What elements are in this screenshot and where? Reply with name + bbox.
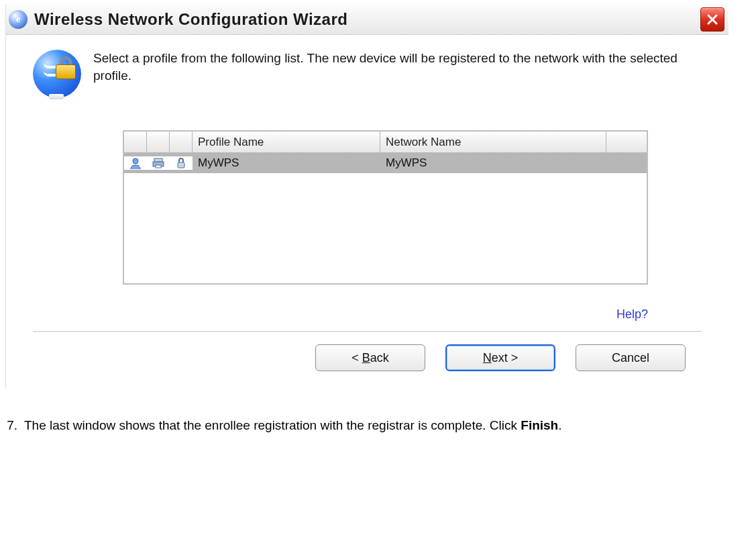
app-icon: [9, 10, 28, 29]
doc-step-7: 7. The last window shows that the enroll…: [0, 417, 748, 434]
header-icon-col-3[interactable]: [170, 132, 193, 153]
close-button[interactable]: [700, 7, 724, 32]
cell-profile-name: MyWPS: [193, 156, 380, 170]
profile-row[interactable]: MyWPS MyWPS: [124, 153, 647, 173]
header-icon-col-2[interactable]: [147, 132, 170, 153]
svg-rect-4: [178, 162, 184, 168]
printer-icon: [147, 156, 170, 170]
svg-point-0: [133, 158, 138, 164]
step-number: 7.: [0, 417, 24, 434]
header-icon-col-1[interactable]: [124, 132, 147, 153]
wizard-buttons: < Back Next > Cancel: [6, 332, 728, 389]
intro-section: Select a profile from the following list…: [33, 50, 702, 98]
close-icon: [706, 13, 719, 26]
back-button[interactable]: < Back: [315, 344, 425, 371]
lock-icon: [170, 156, 193, 170]
step-text: The last window shows that the enrollee …: [24, 417, 562, 434]
next-button[interactable]: Next >: [445, 344, 555, 371]
header-network-name[interactable]: Network Name: [380, 132, 606, 153]
header-profile-name[interactable]: Profile Name: [193, 132, 380, 153]
svg-rect-1: [154, 158, 162, 162]
wizard-dialog: Wireless Network Configuration Wizard Se…: [5, 4, 728, 389]
header-pad: [606, 132, 647, 153]
user-icon: [124, 156, 147, 170]
cell-network-name: MyWPS: [380, 156, 606, 170]
list-header: Profile Name Network Name: [124, 132, 647, 153]
profile-list[interactable]: Profile Name Network Name: [123, 130, 648, 285]
cancel-button[interactable]: Cancel: [576, 344, 686, 371]
svg-rect-3: [156, 165, 161, 168]
network-lock-icon: [33, 50, 81, 98]
titlebar: Wireless Network Configuration Wizard: [6, 4, 728, 35]
window-title: Wireless Network Configuration Wizard: [34, 10, 347, 29]
intro-text: Select a profile from the following list…: [93, 50, 684, 84]
help-link[interactable]: Help?: [616, 307, 648, 321]
